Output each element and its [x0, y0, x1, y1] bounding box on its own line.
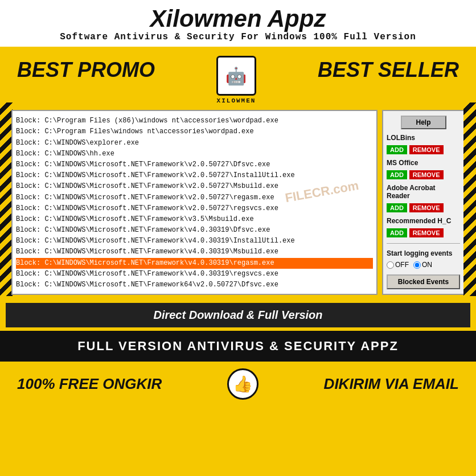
footer-dikirim: DIKIRIM VIA EMAIL	[324, 375, 459, 393]
block-list-item: Block: C:\WINDOWS\Microsoft.NET\Framewor…	[16, 236, 373, 247]
divider	[387, 243, 460, 244]
block-list-item: Block: C:\WINDOWS\explorer.exe	[16, 138, 373, 149]
blocked-events-button[interactable]: Blocked Events	[387, 274, 460, 289]
on-radio[interactable]	[413, 261, 421, 269]
recommended-add-button[interactable]: ADD	[387, 228, 407, 237]
logo-center: 🤖 XILOWMEN	[216, 52, 256, 104]
start-logging-label: Start logging events	[387, 249, 460, 257]
on-label: ON	[422, 261, 432, 269]
best-seller-label: BEST SELLER	[318, 52, 459, 82]
app-title: Xilowmen Appz	[11, 6, 465, 32]
block-list-item: Block: C:\WINDOWS\hh.exe	[16, 149, 373, 159]
lolbins-remove-button[interactable]: REMOVE	[409, 145, 444, 154]
block-list-item: Block: C:\WINDOWS\Microsoft.NET\Framewor…	[16, 280, 373, 288]
lolbins-buttons: ADD REMOVE	[387, 145, 460, 154]
adobe-buttons: ADD REMOVE	[387, 203, 460, 212]
recommended-label: Recommended H_C	[387, 217, 460, 225]
block-list-item: Block: C:\Program Files\windows nt\acces…	[16, 126, 373, 137]
bottom-yellow: Direct Download & Full Version	[0, 299, 476, 331]
block-list-item: Block: C:\Program Files (x86)\windows nt…	[16, 116, 373, 126]
recommended-remove-button[interactable]: REMOVE	[409, 228, 444, 237]
block-list-item: Block: C:\WINDOWS\Microsoft.NET\Framewor…	[16, 247, 373, 257]
full-version-title: FULL VERSION ANTIVIRUS & SECURITY APPZ	[17, 339, 459, 354]
best-promo-label: BEST PROMO	[17, 52, 155, 82]
thumbs-up-icon: 👍	[227, 368, 258, 400]
header: Xilowmen Appz Software Antivirus & Secur…	[0, 0, 476, 47]
block-list-item: Block: C:\WINDOWS\Microsoft.NET\Framewor…	[16, 269, 373, 280]
logo-text: XILOWMEN	[217, 97, 256, 104]
right-panel: Help LOLBins ADD REMOVE MS Office ADD RE…	[382, 110, 465, 295]
robot-icon: 🤖	[225, 66, 247, 86]
block-list-item: Block: C:\WINDOWS\Microsoft.NET\Framewor…	[16, 214, 373, 225]
black-bottom: FULL VERSION ANTIVIRUS & SECURITY APPZ	[0, 331, 476, 362]
main-content: Block: C:\Program Files (x86)\windows nt…	[0, 110, 476, 299]
yellow-footer: 100% FREE ONGKIR 👍 DIKIRIM VIA EMAIL	[0, 362, 476, 407]
lolbins-label: LOLBins	[387, 134, 460, 142]
off-label: OFF	[395, 261, 409, 269]
block-list-item: Block: C:\WINDOWS\Microsoft.NET\Framewor…	[16, 159, 373, 170]
block-list-item: Block: C:\WINDOWS\Microsoft.NET\Framewor…	[16, 170, 373, 181]
ms-office-add-button[interactable]: ADD	[387, 170, 407, 179]
block-list-item: Block: C:\WINDOWS\Microsoft.NET\Framewor…	[16, 181, 373, 192]
promo-section: BEST PROMO 🤖 XILOWMEN BEST SELLER	[0, 47, 476, 110]
stripe-right	[463, 102, 476, 296]
block-list-item: Block: C:\WINDOWS\Microsoft.NET\Framewor…	[16, 203, 373, 214]
ms-office-label: MS Office	[387, 159, 460, 167]
off-radio[interactable]	[387, 261, 394, 269]
ms-office-remove-button[interactable]: REMOVE	[409, 170, 444, 179]
block-list-item: Block: C:\WINDOWS\Microsoft.NET\Framewor…	[16, 192, 373, 203]
logging-radio-row[interactable]: OFF ON	[387, 261, 460, 269]
lolbins-add-button[interactable]: ADD	[387, 145, 407, 154]
on-radio-label[interactable]: ON	[413, 261, 432, 269]
logo-box: 🤖	[216, 56, 256, 96]
direct-download-box: Direct Download & Full Version	[6, 303, 470, 327]
adobe-label: Adobe Acrobat Reader	[387, 184, 460, 200]
block-list[interactable]: Block: C:\Program Files (x86)\windows nt…	[13, 111, 376, 288]
app-window: Block: C:\Program Files (x86)\windows nt…	[11, 110, 377, 295]
block-list-item: Block: C:\WINDOWS\Microsoft.NET\Framewor…	[16, 225, 373, 236]
block-list-item: Block: C:\WINDOWS\Microsoft.NET\Framewor…	[16, 258, 373, 269]
footer-ongkir: 100% FREE ONGKIR	[17, 375, 162, 393]
help-button[interactable]: Help	[401, 116, 446, 129]
stripe-left	[0, 102, 13, 296]
ms-office-buttons: ADD REMOVE	[387, 170, 460, 179]
adobe-remove-button[interactable]: REMOVE	[409, 203, 444, 212]
recommended-buttons: ADD REMOVE	[387, 228, 460, 237]
off-radio-label[interactable]: OFF	[387, 261, 409, 269]
app-subtitle: Software Antivirus & Security For Window…	[11, 32, 465, 42]
adobe-add-button[interactable]: ADD	[387, 203, 407, 212]
